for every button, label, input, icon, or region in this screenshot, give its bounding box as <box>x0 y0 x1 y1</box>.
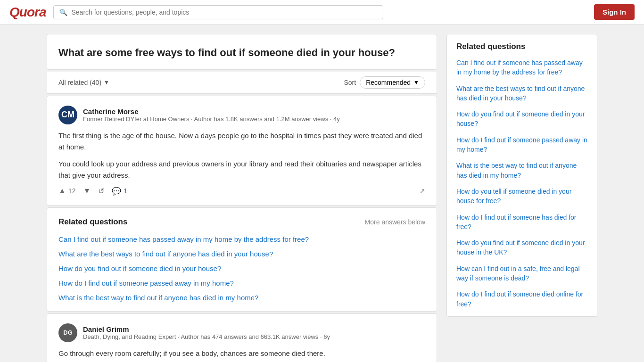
comment-button[interactable]: 💬 1 <box>112 187 127 196</box>
answer-text: The first thing is the age of the house.… <box>58 130 425 181</box>
author-row: DG Daniel Grimm Death, Dying, and Readin… <box>58 323 425 342</box>
main-wrap: What are some free ways to find out if s… <box>39 25 605 362</box>
search-icon: 🔍 <box>59 8 67 16</box>
related-question-link[interactable]: What are the best ways to find out if an… <box>58 250 425 258</box>
answer-card: CM Catherine Morse Former Retired DYIer … <box>47 96 437 206</box>
more-answers-below: More answers below <box>365 218 425 226</box>
action-bar: ▲ 12 ▼ ↺ 💬 1 ↗ <box>58 187 425 196</box>
sidebar-related-link[interactable]: How do I find out if someone died online… <box>456 289 587 309</box>
author-info: Catherine Morse Former Retired DYIer at … <box>83 107 340 123</box>
related-question-link[interactable]: How do I find out if someone passed away… <box>58 279 425 287</box>
related-question-link[interactable]: How do you find out if someone died in y… <box>58 264 425 272</box>
sign-in-button[interactable]: Sign In <box>594 4 635 20</box>
all-related-label: All related (40) <box>58 79 101 86</box>
author-bio: Former Retired DYIer at Home Owners · Au… <box>83 115 340 123</box>
avatar: DG <box>58 323 77 342</box>
downvote-button[interactable]: ▼ <box>83 187 91 195</box>
sidebar-title: Related questions <box>456 42 587 51</box>
related-question-link[interactable]: Can I find out if someone has passed awa… <box>58 235 425 243</box>
downvote-icon: ▼ <box>83 187 91 195</box>
sidebar-related-link[interactable]: How do you find out if someone died in y… <box>456 109 587 129</box>
author-name[interactable]: Catherine Morse <box>83 107 340 115</box>
search-bar: 🔍 <box>53 5 383 19</box>
related-question-link[interactable]: What is the best way to find out if anyo… <box>58 294 425 302</box>
author-bio: Death, Dying, and Reading Expert · Autho… <box>83 333 330 340</box>
author-info: Daniel Grimm Death, Dying, and Reading E… <box>83 325 330 340</box>
content-area: What are some free ways to find out if s… <box>47 34 437 362</box>
arrow-share-icon: ↗ <box>420 187 425 195</box>
sort-wrap: Sort Recommended ▼ <box>344 76 425 89</box>
question-title: What are some free ways to find out if s… <box>58 46 425 60</box>
header-right: Sign In <box>594 4 635 20</box>
answer-text: Go through every room carefully; if you … <box>58 348 425 359</box>
sidebar-related-link[interactable]: How do you tell if someone died in your … <box>456 187 587 206</box>
author-name[interactable]: Daniel Grimm <box>83 325 330 333</box>
filter-bar: All related (40) ▼ Sort Recommended ▼ <box>47 72 437 94</box>
answer-paragraph: You could look up your address and previ… <box>58 158 425 181</box>
sidebar-related-link[interactable]: How do you find out if someone died in y… <box>456 238 587 257</box>
recommended-label: Recommended <box>366 79 411 86</box>
chevron-down-icon: ▼ <box>104 79 109 86</box>
header: Quora 🔍 Sign In <box>0 0 644 25</box>
answer-paragraph: The first thing is the age of the house.… <box>58 130 425 153</box>
all-related-filter[interactable]: All related (40) ▼ <box>58 79 109 86</box>
sidebar-related-link[interactable]: Can I find out if someone has passed awa… <box>456 58 587 77</box>
external-share-button[interactable]: ↗ <box>420 187 425 195</box>
related-questions-title: Related questions <box>58 217 127 227</box>
sidebar-related-link[interactable]: How do I find out if someone passed away… <box>456 135 587 155</box>
upvote-icon: ▲ <box>58 187 66 195</box>
answer-paragraph: Go through every room carefully; if you … <box>58 348 425 359</box>
sidebar-related-link[interactable]: How can I find out in a safe, free and l… <box>456 264 587 283</box>
author-row: CM Catherine Morse Former Retired DYIer … <box>58 106 425 124</box>
share-answer-button[interactable]: ↺ <box>98 187 104 196</box>
question-card: What are some free ways to find out if s… <box>47 34 437 70</box>
comment-count: 1 <box>124 187 127 195</box>
upvote-count: 12 <box>68 187 76 195</box>
share-icon: ↺ <box>98 187 104 196</box>
sidebar-card: Related questions Can I find out if some… <box>446 34 597 317</box>
search-input[interactable] <box>71 8 377 16</box>
sort-label: Sort <box>344 79 356 86</box>
quora-logo[interactable]: Quora <box>9 5 46 20</box>
comment-icon: 💬 <box>112 187 121 196</box>
recommended-sort-button[interactable]: Recommended ▼ <box>360 76 425 89</box>
answer-card: DG Daniel Grimm Death, Dying, and Readin… <box>47 313 437 362</box>
sidebar: Related questions Can I find out if some… <box>446 34 597 317</box>
sidebar-related-link[interactable]: What are the best ways to find out if an… <box>456 84 587 103</box>
upvote-button[interactable]: ▲ 12 <box>58 187 75 195</box>
sidebar-related-link[interactable]: What is the best way to find out if anyo… <box>456 161 587 180</box>
avatar: CM <box>58 106 77 124</box>
related-questions-inline: Related questions More answers below Can… <box>47 207 437 312</box>
chevron-down-icon: ▼ <box>413 79 419 86</box>
sidebar-related-link[interactable]: How do I find out if someone has died fo… <box>456 213 587 232</box>
